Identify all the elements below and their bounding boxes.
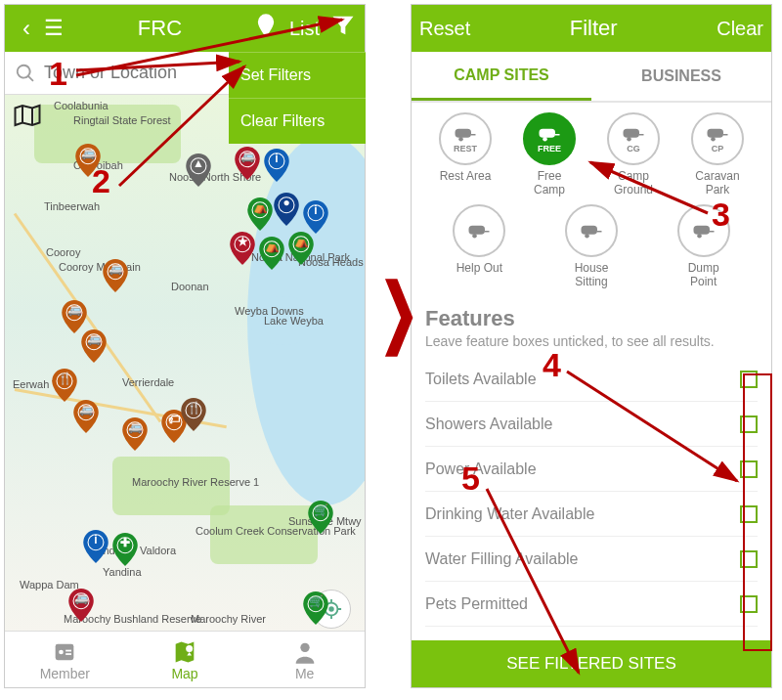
svg-rect-70 (708, 129, 724, 138)
svg-rect-64 (456, 129, 472, 138)
search-icon (15, 63, 36, 84)
map-pin[interactable]: 🛒 (303, 591, 328, 625)
svg-rect-72 (469, 226, 486, 235)
map-pin[interactable]: ▲ (186, 153, 211, 187)
map-pin[interactable]: i (83, 530, 109, 563)
feature-row[interactable]: Showers Available (425, 402, 758, 447)
map-pin[interactable]: 🚐 (81, 329, 107, 363)
map-pin[interactable]: 🚐 (235, 147, 260, 180)
category-rest-area[interactable]: RESTRest Area (427, 112, 503, 197)
svg-rect-74 (581, 226, 597, 235)
tab-map[interactable]: Map (125, 632, 245, 687)
svg-point-71 (711, 137, 716, 142)
svg-point-1 (329, 607, 333, 611)
feature-row[interactable]: Water Filling Available (425, 537, 758, 582)
map-pin[interactable]: ● (274, 193, 299, 226)
callout-1: 1 (49, 55, 67, 93)
feature-row[interactable]: Pets Permitted (425, 582, 758, 627)
svg-rect-58 (56, 643, 74, 659)
menu-icon[interactable]: ☰ (40, 16, 67, 41)
tab-member-label: Member (40, 666, 90, 681)
town-label: Coolabunia (54, 100, 109, 111)
clear-filters-item[interactable]: Clear Filters (229, 98, 366, 144)
map-pin[interactable]: 🍴 (181, 398, 206, 431)
tab-me[interactable]: Me (244, 632, 365, 687)
svg-point-59 (59, 649, 64, 654)
phone-filter-screen: Reset Filter Clear CAMP SITES BUSINESS R… (411, 4, 772, 688)
category-caravan-park[interactable]: CPCaravanPark (679, 112, 756, 197)
filter-tabs: CAMP SITES BUSINESS (412, 52, 771, 103)
map-pin[interactable]: 🚐 (62, 300, 87, 333)
map-pin[interactable]: ★ (230, 232, 255, 265)
town-label: Cooroy Mountain (59, 261, 141, 273)
reset-button[interactable]: Reset (419, 18, 470, 40)
town-label: Valdora (140, 545, 176, 556)
map-pin[interactable]: ⛺ (259, 237, 284, 270)
callout-3: 3 (712, 196, 730, 234)
phone-map-screen: ‹ ☰ FRC List Set Filters Clear Filters (4, 4, 366, 688)
town-label: Maroochy River (191, 613, 266, 625)
svg-point-62 (186, 645, 193, 652)
category-house-sitting[interactable]: HouseSitting (553, 204, 630, 288)
filter-topbar: Reset Filter Clear (412, 5, 771, 52)
feature-label: Pets Permitted (425, 595, 528, 613)
callout-5: 5 (461, 459, 480, 498)
feature-row[interactable]: Drinking Water Available (425, 492, 758, 537)
add-location-icon[interactable] (252, 12, 280, 45)
set-filters-item[interactable]: Set Filters (229, 52, 366, 98)
map-pin[interactable]: i (303, 200, 328, 234)
clear-button[interactable]: Clear (717, 18, 763, 40)
filter-icon[interactable] (329, 12, 357, 45)
tab-me-label: Me (295, 666, 314, 681)
feature-label: Toilets Available (425, 371, 537, 388)
map-layers-icon[interactable] (13, 103, 42, 132)
svg-rect-76 (693, 226, 710, 235)
town-label: Verrierdale (122, 376, 174, 388)
tab-camp-sites[interactable]: CAMP SITES (412, 52, 591, 101)
category-dump-point[interactable]: DumpPoint (666, 204, 742, 288)
map-pin[interactable]: ⛺ (288, 232, 314, 265)
map-pin[interactable]: ⛺ (247, 197, 273, 231)
category-help-out[interactable]: Help Out (441, 204, 517, 288)
svg-rect-68 (624, 129, 640, 138)
svg-point-73 (473, 234, 478, 239)
town-label: Yandina (103, 566, 142, 578)
category-free-camp[interactable]: FREEFreeCamp (511, 112, 587, 197)
see-filtered-sites-button[interactable]: SEE FILTERED SITES (412, 640, 771, 687)
map-pin[interactable]: 🍴 (52, 369, 77, 402)
list-toggle[interactable]: List (289, 18, 320, 40)
feature-label: Power Available (425, 460, 537, 478)
svg-point-63 (300, 642, 309, 651)
tab-member[interactable]: Member (5, 632, 125, 687)
feature-label: Drinking Water Available (425, 505, 594, 523)
feature-row[interactable]: Toilets Available (425, 357, 758, 402)
app-title: FRC (67, 16, 252, 41)
feature-label: Water Filling Available (425, 550, 579, 568)
back-icon[interactable]: ‹ (13, 15, 40, 42)
svg-rect-66 (540, 129, 556, 138)
callout-4: 4 (543, 346, 561, 384)
map-pin[interactable]: 🚐 (103, 259, 128, 292)
map-pin[interactable]: 🚐 (73, 400, 99, 433)
category-camp-ground[interactable]: CGCampGround (595, 112, 672, 197)
map-pin[interactable]: 🚐 (68, 589, 94, 622)
svg-point-75 (585, 234, 589, 239)
map-canvas[interactable]: Near By CoolabuniaRingtail State ForestC… (5, 95, 365, 642)
filter-title: Filter (470, 16, 717, 41)
svg-point-65 (458, 137, 463, 142)
tab-map-label: Map (171, 666, 197, 681)
town-label: Ringtail State Forest (73, 114, 171, 126)
town-label: Lake Weyba (264, 315, 324, 327)
map-pin[interactable]: i (264, 149, 289, 182)
map-topbar: ‹ ☰ FRC List (5, 5, 365, 52)
town-label: Cooroy (46, 246, 80, 258)
step-arrow-icon: ❯ (379, 267, 418, 355)
map-pin[interactable]: 🚐 (122, 417, 148, 451)
features-subtitle: Leave feature boxes unticked, to see all… (425, 333, 758, 349)
svg-point-67 (543, 137, 547, 142)
map-pin[interactable]: ✚ (112, 533, 138, 566)
tab-business[interactable]: BUSINESS (591, 52, 771, 101)
map-pin[interactable]: 🛒 (308, 501, 333, 534)
features-heading: Features (425, 306, 758, 331)
callout-box-checkboxes (743, 373, 772, 651)
